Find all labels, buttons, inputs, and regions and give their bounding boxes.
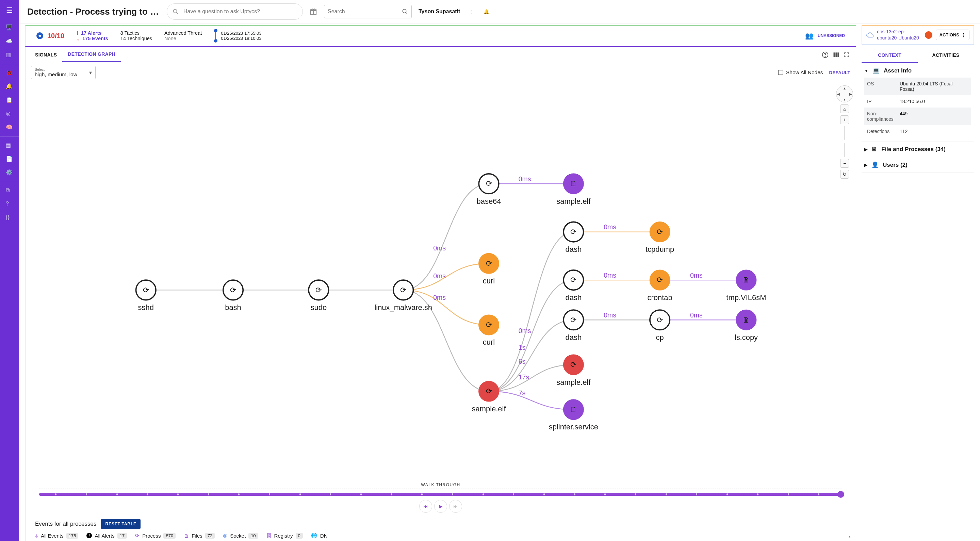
ask-uptycs-input[interactable] (167, 3, 303, 20)
tab-process[interactable]: ⟳Process870 (135, 533, 176, 539)
graph-node-curl2[interactable]: ⟳curl (479, 315, 499, 347)
play-button[interactable]: ▶ (434, 500, 447, 513)
nav-api-icon[interactable]: {} (0, 211, 19, 225)
svg-rect-9 (835, 53, 837, 57)
nav-cloud-icon[interactable]: ☁️ (0, 35, 19, 48)
columns-icon[interactable] (830, 49, 842, 60)
graph-node-base64[interactable]: ⟳base64 (477, 174, 501, 205)
tab-socket[interactable]: ◎Socket10 (223, 533, 258, 539)
alerts-link[interactable]: 17 Alerts (81, 30, 102, 36)
svg-text:🗎: 🗎 (743, 316, 750, 324)
tab-all-events[interactable]: ⏚All Events175 (35, 533, 78, 539)
svg-text:0ms: 0ms (690, 311, 703, 319)
tab-registry[interactable]: 🗄Registry0 (266, 533, 303, 539)
nav-bell-icon[interactable]: 🔔 (0, 80, 19, 94)
graph-node-sshd[interactable]: ⟳sshd (136, 280, 156, 312)
asset-detections: 112 (900, 129, 969, 134)
scroll-tabs-right[interactable]: › (845, 533, 853, 541)
reset-table-button[interactable]: RESET TABLE (101, 519, 140, 529)
help-icon[interactable] (820, 49, 830, 60)
alert-icon: ! (76, 30, 78, 36)
svg-text:linux_malware.sh: linux_malware.sh (374, 303, 432, 312)
nav-integration-icon[interactable]: ⧉ (0, 184, 19, 198)
pan-control[interactable]: ▲▼◀▶ (836, 85, 853, 102)
users-accordion[interactable]: ▶ 👤 Users (2) (864, 161, 971, 169)
graph-node-curl1[interactable]: ⟳curl (479, 253, 499, 285)
global-search-input[interactable] (328, 8, 399, 14)
tab-files[interactable]: 🗎Files72 (184, 533, 215, 539)
svg-text:⟳: ⟳ (570, 316, 576, 324)
nav-clipboard-icon[interactable]: 📋 (0, 94, 19, 107)
graph-node-dash2[interactable]: ⟳dash (563, 270, 584, 302)
forward-button[interactable]: ⏭ (449, 500, 462, 513)
global-search[interactable] (324, 5, 412, 18)
zoom-in-button[interactable]: + (840, 115, 849, 124)
show-all-nodes-checkbox[interactable]: Show All Nodes (778, 69, 823, 76)
kebab-menu-icon[interactable]: ⋮ (468, 8, 475, 16)
graph-node-dash1[interactable]: ⟳dash (563, 222, 584, 253)
graph-node-crontab[interactable]: ⟳crontab (648, 270, 672, 302)
graph-node-lscopy[interactable]: 🗎ls.copy (735, 310, 758, 342)
severity-score: 10/10 (47, 32, 64, 40)
ask-uptycs-field[interactable] (183, 8, 297, 14)
svg-text:7s: 7s (519, 389, 526, 397)
tab-context[interactable]: CONTEXT (862, 48, 918, 63)
svg-text:⟳: ⟳ (486, 320, 492, 329)
tab-all-alerts[interactable]: !All Alerts17 (86, 533, 127, 539)
graph-node-cp[interactable]: ⟳cp (650, 310, 670, 342)
graph-node-sudo[interactable]: ⟳sudo (309, 280, 329, 312)
menu-toggle[interactable]: ☰ (6, 3, 13, 21)
svg-text:cp: cp (656, 333, 664, 342)
asset-name-link[interactable]: ops-1352-ep-ubuntu20-Ubuntu20 (877, 29, 921, 41)
graph-node-bash[interactable]: ⟳bash (223, 280, 243, 312)
svg-point-7 (825, 56, 825, 56)
rewind-button[interactable]: ⏮ (419, 500, 432, 513)
notifications-icon[interactable]: 🔔 (482, 8, 491, 16)
timeline-slider[interactable] (39, 493, 842, 496)
laptop-icon: 💻 (872, 67, 880, 74)
graph-node-sampleelf3[interactable]: ⟳sample.elf (556, 355, 591, 387)
nav-dashboard-icon[interactable]: ▦ (0, 139, 19, 153)
nav-settings-icon[interactable]: ⚙️ (0, 166, 19, 180)
nav-bug-icon[interactable]: 🐞 (0, 66, 19, 80)
tab-activities[interactable]: ACTIVITIES (918, 48, 974, 63)
tab-detection-graph[interactable]: DETECTION GRAPH (62, 47, 121, 62)
refresh-graph-button[interactable]: ↻ (840, 170, 849, 179)
detection-graph-panel: SIGNALS DETECTION GRAPH Select high, med… (25, 47, 856, 541)
nav-container-icon[interactable]: ▥ (0, 48, 19, 62)
nav-endpoint-icon[interactable]: 🖥️ (0, 21, 19, 35)
graph-node-tmp[interactable]: 🗎tmp.VIL6sM (726, 270, 766, 302)
graph-node-sampleelf1[interactable]: 🗎sample.elf (556, 174, 591, 205)
fullscreen-icon[interactable] (842, 50, 852, 60)
graph-node-tcpdump[interactable]: ⟳tcpdump (646, 222, 674, 253)
nav-help-icon[interactable]: ? (0, 198, 19, 211)
home-view-button[interactable]: ⌂ (840, 105, 849, 113)
actions-button[interactable]: ACTIONS⋮ (936, 30, 970, 40)
file-processes-accordion[interactable]: ▶ 🗎 File and Processes (34) (864, 146, 971, 153)
nav-report-icon[interactable]: 📄 (0, 153, 19, 166)
default-layout-button[interactable]: DEFAULT (829, 70, 850, 75)
svg-text:sudo: sudo (311, 303, 327, 312)
svg-point-4 (402, 9, 406, 13)
tab-dns[interactable]: 🌐DN (311, 533, 328, 539)
tab-signals[interactable]: SIGNALS (30, 48, 62, 62)
nav-brain-icon[interactable]: 🧠 (0, 121, 19, 134)
events-link[interactable]: 175 Events (82, 36, 108, 41)
graph-node-splinter[interactable]: 🗎splinter.service (549, 399, 598, 431)
graph-node-dash3[interactable]: ⟳dash (563, 310, 584, 342)
graph-node-lm[interactable]: ⟳linux_malware.sh (374, 280, 432, 312)
svg-text:⟳: ⟳ (570, 360, 576, 369)
event-category-tabs: ⏚All Events175 !All Alerts17 ⟳Process870… (35, 533, 853, 541)
asset-info-accordion[interactable]: ▼ 💻 Asset Info (864, 67, 971, 74)
process-graph-canvas[interactable]: 0ms0ms0ms0ms0ms1s6s17s7s0ms0ms0ms0ms0ms⟳… (25, 83, 856, 481)
svg-text:⟳: ⟳ (486, 387, 492, 395)
severity-select[interactable]: Select high, medium, low (31, 66, 95, 79)
svg-text:0ms: 0ms (519, 175, 531, 183)
user-name[interactable]: Tyson Supasatit (418, 8, 460, 14)
user-icon: 👤 (872, 161, 878, 169)
zoom-out-button[interactable]: − (840, 159, 849, 168)
gift-icon[interactable] (310, 8, 317, 15)
zoom-slider[interactable] (844, 126, 845, 157)
nav-target-icon[interactable]: ◎ (0, 107, 19, 121)
assignment-status[interactable]: UNASSIGNED (818, 33, 845, 38)
